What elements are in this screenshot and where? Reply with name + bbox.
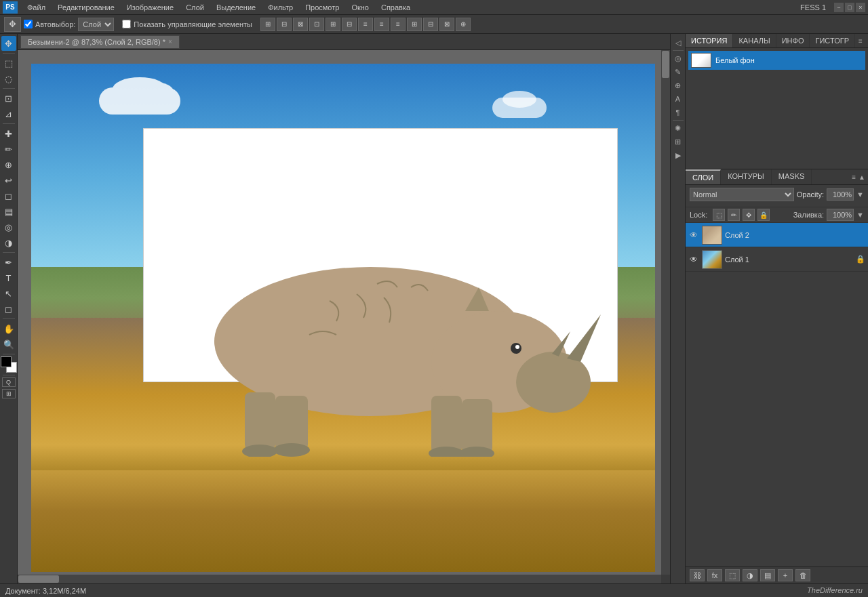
rt-icon-7[interactable]: ⊞ [672, 136, 684, 148]
tab-history[interactable]: ИСТОРИЯ [686, 34, 733, 47]
layer-adjustment-btn[interactable]: ◑ [743, 569, 757, 581]
tab-masks[interactable]: MASKS [772, 169, 812, 184]
layer-type-select[interactable]: Слой [78, 18, 114, 31]
align-top-btn[interactable]: ⊡ [309, 18, 324, 31]
layer-fx-btn[interactable]: fx [707, 569, 722, 581]
vertical-scroll-handle[interactable] [662, 51, 669, 78]
dodge-tool[interactable]: ◑ [1, 235, 16, 250]
tab-close-icon[interactable]: × [168, 38, 172, 45]
history-item-white-bg[interactable]: Белый фон [688, 51, 865, 70]
lasso-tool[interactable]: ◌ [1, 71, 16, 86]
rt-icon-8[interactable]: ▶ [672, 149, 684, 161]
menu-filter[interactable]: Фильтр [262, 2, 298, 13]
menu-window[interactable]: Окно [346, 2, 374, 13]
rt-icon-1[interactable]: ◎ [672, 52, 684, 64]
menu-select[interactable]: Выделение [211, 2, 261, 13]
auto-align-btn[interactable]: ⊕ [456, 18, 471, 31]
layer-group-btn[interactable]: ▤ [760, 569, 775, 581]
distribute-left-btn[interactable]: ≡ [358, 18, 373, 31]
clone-tool[interactable]: ⊕ [1, 157, 16, 172]
distribute-top-btn[interactable]: ⊞ [407, 18, 422, 31]
pen-tool[interactable]: ✒ [1, 255, 16, 270]
menu-edit[interactable]: Редактирование [52, 2, 120, 13]
lock-paint-btn[interactable]: ✏ [728, 209, 740, 221]
horizontal-scroll-handle[interactable] [18, 575, 59, 583]
tab-layers[interactable]: СЛОИ [686, 169, 721, 184]
layers-collapse-icon[interactable]: ▲ [859, 173, 865, 181]
tab-paths[interactable]: КОНТУРЫ [721, 169, 772, 184]
restore-button[interactable]: □ [845, 3, 854, 12]
opacity-input[interactable] [827, 188, 854, 201]
layer-mask-btn[interactable]: ⬚ [725, 569, 740, 581]
vertical-scrollbar[interactable] [661, 50, 670, 575]
align-middle-btn[interactable]: ⊞ [326, 18, 340, 31]
text-tool[interactable]: T [1, 270, 16, 285]
align-bottom-btn[interactable]: ⊟ [342, 18, 357, 31]
layer-item-1[interactable]: 👁 Слой 1 🔒 [686, 247, 868, 272]
eraser-tool[interactable]: ◻ [1, 188, 16, 203]
history-menu-icon[interactable]: ≡ [855, 35, 866, 46]
menu-help[interactable]: Справка [376, 2, 416, 13]
lock-move-btn[interactable]: ✥ [743, 209, 755, 221]
collapse-right-icon[interactable]: ◁ [672, 37, 684, 49]
menu-image[interactable]: Изображение [121, 2, 179, 13]
layer-1-visibility-icon[interactable]: 👁 [688, 254, 699, 265]
foreground-color-swatch[interactable] [1, 356, 12, 367]
distribute-middle-btn[interactable]: ⊟ [423, 18, 438, 31]
align-left-btn[interactable]: ⊞ [260, 18, 275, 31]
layer-new-btn[interactable]: + [778, 569, 793, 581]
gradient-tool[interactable]: ▤ [1, 204, 16, 219]
zoom-tool[interactable]: 🔍 [1, 337, 16, 352]
horizontal-scrollbar[interactable] [18, 575, 661, 583]
show-controls-check[interactable]: Показать управляющие элементы [122, 20, 252, 28]
hand-tool[interactable]: ✋ [1, 321, 16, 336]
rt-icon-3[interactable]: ⊕ [672, 79, 684, 91]
menu-layer[interactable]: Слой [180, 2, 210, 13]
align-center-btn[interactable]: ⊟ [277, 18, 292, 31]
opacity-dropdown-icon[interactable]: ▼ [856, 190, 864, 199]
heal-tool[interactable]: ✚ [1, 126, 16, 141]
rectangular-marquee-tool[interactable]: ⬚ [1, 56, 16, 70]
tab-channels[interactable]: КАНАЛЫ [733, 34, 776, 47]
history-brush-tool[interactable]: ↩ [1, 173, 16, 188]
move-tool-icon[interactable]: ✥ [4, 17, 21, 32]
layers-menu-icon[interactable]: ≡ [852, 173, 856, 181]
distribute-center-btn[interactable]: ≡ [374, 18, 389, 31]
layer-2-visibility-icon[interactable]: 👁 [688, 230, 699, 241]
align-right-btn[interactable]: ⊠ [293, 18, 308, 31]
fill-dropdown-icon[interactable]: ▼ [856, 211, 864, 219]
close-button[interactable]: × [856, 3, 865, 12]
menu-view[interactable]: Просмотр [300, 2, 344, 13]
crop-tool[interactable]: ⊡ [1, 91, 16, 106]
color-swatches[interactable] [1, 356, 17, 373]
rt-icon-4[interactable]: A [672, 93, 684, 105]
tab-histogram[interactable]: ГИСТОГР [810, 34, 855, 47]
brush-tool[interactable]: ✏ [1, 142, 16, 157]
document-tab[interactable]: Безымени-2 @ 87,3% (Слой 2, RGB/8) * × [20, 35, 180, 49]
rt-icon-5[interactable]: ¶ [672, 106, 684, 119]
layer-item-2[interactable]: 👁 Слой 2 [686, 223, 868, 247]
rt-icon-6[interactable]: ✺ [672, 122, 684, 134]
eyedropper-tool[interactable]: ⊿ [1, 106, 16, 121]
minimize-button[interactable]: − [834, 3, 844, 12]
tab-info[interactable]: ИНФО [776, 34, 810, 47]
screen-mode-btn[interactable]: ⊞ [2, 389, 16, 398]
standard-mode-btn[interactable]: Q [2, 377, 16, 387]
layer-link-btn[interactable]: ⛓ [690, 569, 705, 581]
layer-delete-btn[interactable]: 🗑 [795, 569, 810, 581]
blur-tool[interactable]: ◎ [1, 220, 16, 234]
autoselect-check[interactable]: Автовыбор: [24, 20, 75, 28]
show-controls-checkbox[interactable] [122, 20, 131, 28]
distribute-right-btn[interactable]: ≡ [391, 18, 406, 31]
blend-mode-select[interactable]: Normal [690, 188, 794, 201]
shape-tool[interactable]: ◻ [1, 302, 16, 316]
path-select-tool[interactable]: ↖ [1, 286, 16, 301]
menu-file[interactable]: Файл [22, 2, 51, 13]
canvas-container[interactable] [18, 50, 670, 583]
distribute-bottom-btn[interactable]: ⊠ [439, 18, 454, 31]
lock-all-btn[interactable]: 🔒 [757, 209, 770, 221]
move-tool[interactable]: ✥ [1, 36, 16, 51]
autoselect-checkbox[interactable] [24, 20, 33, 28]
lock-transparent-btn[interactable]: ⬚ [713, 209, 725, 221]
fill-input[interactable] [827, 209, 854, 221]
